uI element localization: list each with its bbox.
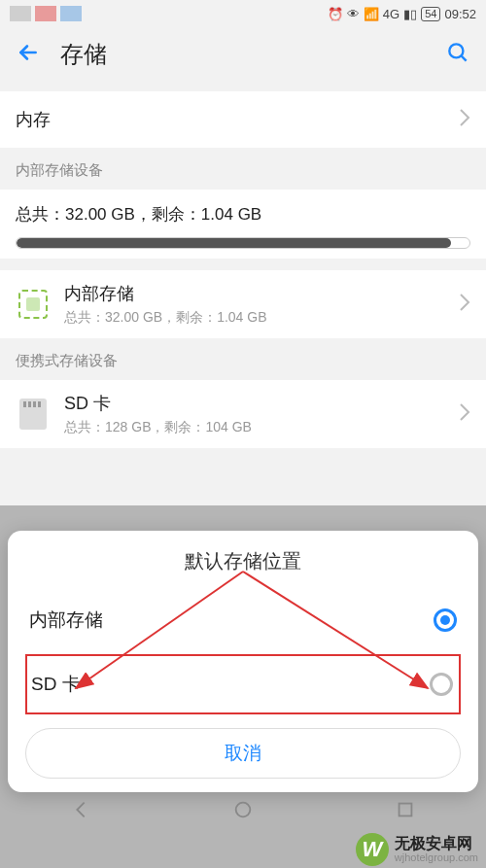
modal-scrim-top[interactable]	[0, 0, 486, 505]
radio-unselected-icon	[430, 673, 453, 696]
dialog-title: 默认存储位置	[8, 548, 478, 574]
cancel-label: 取消	[225, 743, 261, 763]
option-internal-storage[interactable]: 内部存储	[8, 592, 478, 648]
option-internal-label: 内部存储	[29, 608, 103, 633]
watermark-logo: W	[356, 833, 389, 866]
option-sd-label: SD 卡	[31, 672, 81, 697]
nav-back-button[interactable]	[70, 799, 91, 824]
radio-selected-icon	[434, 608, 457, 632]
navigation-bar	[0, 794, 486, 829]
option-sd-card[interactable]: SD 卡	[27, 656, 459, 712]
cancel-button[interactable]: 取消	[25, 728, 461, 779]
watermark-url: wjhotelgroup.com	[395, 852, 478, 864]
annotation-highlight-box: SD 卡	[25, 654, 461, 714]
svg-rect-5	[399, 804, 411, 816]
watermark-brand: 无极安卓网	[395, 836, 478, 852]
nav-recents-button[interactable]	[395, 799, 416, 824]
watermark: W 无极安卓网 wjhotelgroup.com	[356, 833, 478, 866]
svg-point-4	[236, 803, 251, 817]
default-storage-dialog: 默认存储位置 内部存储 SD 卡 取消	[8, 531, 478, 792]
nav-home-button[interactable]	[232, 799, 254, 824]
